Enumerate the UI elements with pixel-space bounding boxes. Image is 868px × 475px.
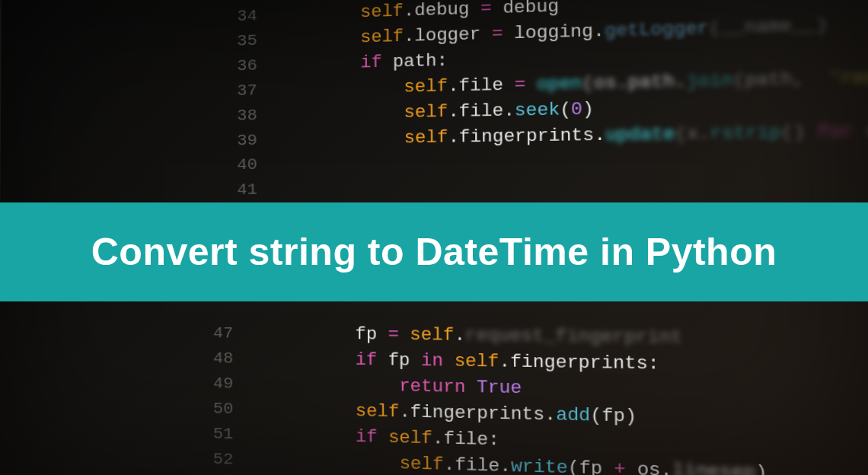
line-number: 47: [200, 324, 248, 343]
line-number: 49: [199, 374, 247, 393]
line-number: 51: [199, 425, 247, 444]
line-number: 33: [224, 0, 272, 1]
code-content: [272, 193, 361, 194]
line-number: 50: [199, 399, 247, 418]
line-number: 34: [224, 6, 272, 25]
title-banner: Convert string to DateTime in Python: [0, 202, 868, 301]
code-block-top: 33self.logdupes = True34self.debug = deb…: [0, 0, 868, 207]
line-number: 36: [224, 56, 272, 75]
page-title: Convert string to DateTime in Python: [91, 230, 777, 274]
code-content: [272, 167, 361, 168]
line-number: 41: [224, 180, 272, 199]
code-content: return True: [247, 374, 522, 398]
code-content: if fp in self.fingerprints:: [247, 349, 659, 375]
line-number: 39: [224, 131, 272, 149]
line-number: 37: [224, 81, 272, 100]
line-number: 40: [224, 155, 272, 174]
code-content: if self.file:: [247, 425, 499, 451]
code-content: fp = self.request_fingerprint: [247, 324, 682, 348]
line-number: 48: [199, 349, 247, 368]
line-number: 38: [224, 106, 272, 125]
line-number: 52: [199, 450, 247, 470]
code-content: self.debug = debug: [271, 0, 559, 25]
code-content: if path:: [272, 51, 448, 75]
line-number: 35: [224, 31, 272, 50]
